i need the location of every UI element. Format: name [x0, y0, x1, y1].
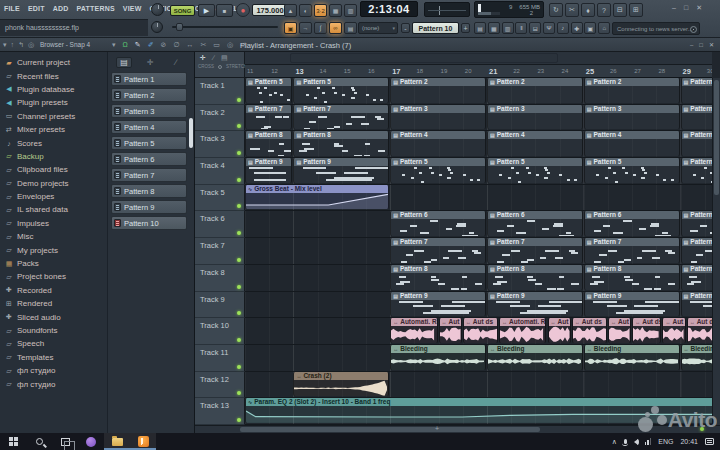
- clip-pattern-8[interactable]: ▤Pattern 8: [487, 265, 583, 290]
- clip-pattern-7[interactable]: ▤Pattern 7: [390, 238, 486, 263]
- menu-file[interactable]: FILE: [4, 5, 20, 12]
- clip-pattern-5[interactable]: ▤Pattern 5: [245, 78, 292, 103]
- main-volume-knob[interactable]: [151, 3, 164, 16]
- clip-pattern-4[interactable]: ▤Pattern 4: [390, 131, 486, 156]
- pattern-item-2[interactable]: Pattern 2: [111, 88, 187, 102]
- clip-pattern-9[interactable]: ▤Pattern 9: [681, 292, 712, 317]
- clip-pattern-8[interactable]: ▤Pattern 8: [584, 265, 680, 290]
- clip-pattern-7[interactable]: ▤Pattern 7: [293, 105, 389, 130]
- pattern-item-7[interactable]: Pattern 7: [111, 168, 187, 182]
- link-selector-dropdown[interactable]: (none): [358, 22, 398, 34]
- playlist-maximize-button[interactable]: □: [699, 41, 703, 49]
- browser-item-plugin-database[interactable]: ◀Plugin database: [0, 83, 107, 96]
- browser-item-sliced-audio[interactable]: ✚Sliced audio: [0, 310, 107, 323]
- vscroll-handle[interactable]: [714, 80, 719, 195]
- taskbar-search-button[interactable]: [26, 433, 52, 450]
- mixer-icon[interactable]: ‖: [515, 22, 527, 34]
- menu-edit[interactable]: EDIT: [28, 5, 45, 12]
- track-led[interactable]: [237, 391, 241, 395]
- clip-aut-s[interactable]: ↔Aut s: [662, 318, 685, 343]
- tray-network-icon[interactable]: [645, 438, 652, 445]
- clip-pattern-6[interactable]: ▤Pattern 6: [487, 211, 583, 236]
- browser-item-impulses[interactable]: ▱Impulses: [0, 217, 107, 230]
- browser-item-mixer-presets[interactable]: ⇄Mixer presets: [0, 123, 107, 136]
- clip-pattern-9[interactable]: ▤Pattern 9: [293, 158, 389, 183]
- pattern-item-3[interactable]: Pattern 3: [111, 104, 187, 118]
- track-name-6[interactable]: Track 6: [195, 211, 245, 238]
- clip-pattern-5[interactable]: ▤Pattern 5: [390, 158, 486, 183]
- select-icon[interactable]: ▭: [213, 41, 220, 49]
- add-marker-icon[interactable]: ✛: [200, 54, 206, 62]
- tray-clock[interactable]: 20:41: [680, 438, 698, 445]
- tab-mixer[interactable]: ✛: [142, 58, 158, 67]
- track-name-11[interactable]: Track 11: [195, 345, 245, 372]
- up-icon[interactable]: ↑: [11, 41, 15, 49]
- track-name-3[interactable]: Track 3: [195, 131, 245, 158]
- playlist-window-title[interactable]: Playlist - Arrangement - Crash (7): [240, 41, 351, 50]
- help-icon[interactable]: ?: [597, 3, 611, 17]
- browser-item-plugin-presets[interactable]: ◀Plugin presets: [0, 96, 107, 109]
- track-name-13[interactable]: Track 13: [195, 398, 245, 425]
- track-lane-12[interactable]: ↔Crash (2): [245, 372, 712, 399]
- browser-item-фл-студио[interactable]: ▱фл студио: [0, 377, 107, 390]
- options-icon[interactable]: ▣: [584, 22, 596, 34]
- tray-speaker-icon[interactable]: [634, 439, 638, 445]
- metronome-icon[interactable]: ▲: [284, 4, 297, 17]
- clip-pattern-2[interactable]: ▤Pattern 2: [487, 78, 583, 103]
- shop-icon[interactable]: ⌂: [598, 22, 610, 34]
- track-name-12[interactable]: Track 12: [195, 372, 245, 399]
- browser-item-recorded[interactable]: ✚Recorded: [0, 284, 107, 297]
- browser-item-scores[interactable]: ♪Scores: [0, 136, 107, 149]
- clip-pattern-9[interactable]: ▤Pattern 9: [584, 292, 680, 317]
- clip-pattern-6[interactable]: ▤Pattern 6: [681, 211, 712, 236]
- undo-icon[interactable]: ↻: [549, 3, 563, 17]
- clip-pattern-8[interactable]: ▤Pattern 8: [293, 131, 389, 156]
- clip-pattern-7[interactable]: ▤Pattern 7: [681, 238, 712, 263]
- tab-curves[interactable]: ∕: [168, 58, 184, 67]
- track-led[interactable]: [237, 311, 241, 315]
- tray-mic-icon[interactable]: [624, 439, 627, 444]
- track-name-1[interactable]: Track 1: [195, 78, 245, 105]
- browser-item-backup[interactable]: ▱Backup: [0, 150, 107, 163]
- track-name-10[interactable]: Track 10: [195, 318, 245, 345]
- magnet-icon[interactable]: Ω: [123, 41, 128, 49]
- clip-pattern-2[interactable]: ▤Pattern 2: [681, 78, 712, 103]
- menu-add[interactable]: ADD: [53, 5, 69, 12]
- clip-bleeding[interactable]: ↔Bleeding: [584, 345, 680, 370]
- clip-pattern-4[interactable]: ▤Pattern 4: [487, 131, 583, 156]
- track-led[interactable]: [237, 178, 241, 182]
- clip-pattern-8[interactable]: ▤Pattern 8: [245, 131, 292, 156]
- clip-pattern-8[interactable]: ▤Pattern 8: [681, 265, 712, 290]
- track-led[interactable]: [237, 418, 241, 422]
- task-view-button[interactable]: [52, 433, 78, 450]
- clip-pattern-7[interactable]: ▤Pattern 7: [487, 238, 583, 263]
- browser-item-фл-студио[interactable]: ▱фл студио: [0, 364, 107, 377]
- clip-param-eq-2-slot-2-insert-10-band-1-freq[interactable]: ∿Param. EQ 2 (Slot 2) - Insert 10 - Band…: [245, 398, 712, 423]
- maximize-button[interactable]: □: [684, 4, 688, 12]
- slip-icon[interactable]: ↔: [186, 41, 193, 49]
- clip-bleeding[interactable]: ↔Bleeding: [390, 345, 486, 370]
- piano-roll-icon[interactable]: ▥: [502, 22, 514, 34]
- track-led[interactable]: [237, 258, 241, 262]
- clip-aut-ds[interactable]: ↔Aut ds: [572, 318, 607, 343]
- clip-bleeding[interactable]: ↔Bleeding: [487, 345, 583, 370]
- notification-icon[interactable]: [705, 438, 714, 445]
- track-led[interactable]: [237, 151, 241, 155]
- browser-item-recent-files[interactable]: ▱Recent files: [0, 69, 107, 82]
- slide-icon[interactable]: ∫: [314, 22, 327, 34]
- save-icon[interactable]: ⊟: [613, 3, 627, 17]
- tray-chevron-icon[interactable]: ∧: [612, 438, 617, 446]
- browser-item-envelopes[interactable]: ▱Envelopes: [0, 190, 107, 203]
- zoom-plus-icon[interactable]: +: [435, 425, 439, 432]
- plugin-picker-icon[interactable]: Ψ: [543, 22, 555, 34]
- playlist-horizontal-scrollbar[interactable]: [245, 52, 712, 65]
- browser-item-rendered[interactable]: ⊞Rendered: [0, 297, 107, 310]
- clip-pattern-6[interactable]: ▤Pattern 6: [584, 211, 680, 236]
- wait-icon[interactable]: ◐: [299, 4, 312, 17]
- track-led[interactable]: [237, 204, 241, 208]
- clip-automati-rounds[interactable]: ↔Automati. Rounds: [390, 318, 437, 343]
- track-lane-7[interactable]: ▤Pattern 7▤Pattern 7▤Pattern 7▤Pattern 7: [245, 238, 712, 265]
- track-name-2[interactable]: Track 2: [195, 105, 245, 132]
- browser-item-packs[interactable]: ▦Packs: [0, 257, 107, 270]
- clip-pattern-5[interactable]: ▤Pattern 5: [584, 158, 680, 183]
